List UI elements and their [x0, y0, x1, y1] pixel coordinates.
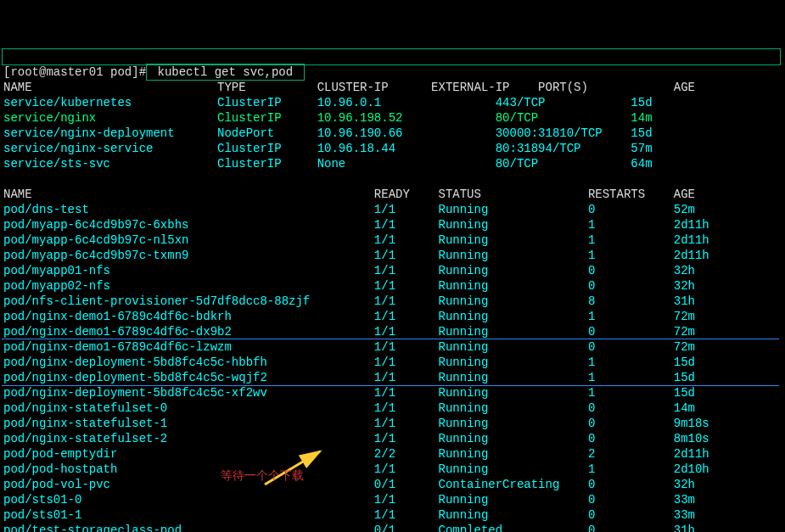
- pod-row: pod/nginx-demo1-6789c4df6c-lzwzm 1/1 Run…: [3, 339, 782, 355]
- svc-row-highlight: [2, 48, 781, 65]
- pod-row: pod/sts01-1 1/1 Running 0 33m: [3, 507, 782, 523]
- command-highlight: kubectl get svc,pod: [146, 64, 304, 81]
- pod-row: pod/pod-vol-pvc 0/1 ContainerCreating 0 …: [3, 477, 782, 492]
- pod-row: pod/myapp-6c4cd9b97c-6xbhs 1/1 Running 1…: [3, 217, 782, 232]
- pod-row: pod/nfs-client-provisioner-5d7df8dcc8-88…: [3, 294, 782, 309]
- annotation-arrow: [246, 431, 328, 493]
- svc-row: service/sts-svc ClusterIP None 80/TCP 64…: [3, 156, 782, 171]
- pod-row: pod/pod-hostpath 1/1 Running 1 2d10h: [3, 462, 782, 477]
- svc-row: service/nginx-service ClusterIP 10.96.18…: [3, 141, 782, 156]
- prompt-line: [root@master01 pod]# kubectl get svc,pod: [3, 64, 782, 80]
- pod-row: pod/nginx-deployment-5bd8fc4c5c-xf2wv 1/…: [3, 385, 782, 400]
- pod-row: pod/test-storageclass-pod 0/1 Completed …: [3, 523, 782, 532]
- command-text: kubectl get svc,pod: [157, 65, 293, 79]
- pod-row: pod/nginx-statefulset-2 1/1 Running 0 8m…: [3, 431, 782, 446]
- svc-header: NAME TYPE CLUSTER-IP EXTERNAL-IP PORT(S)…: [3, 80, 782, 95]
- pod-row: pod/myapp-6c4cd9b97c-nl5xn 1/1 Running 1…: [3, 232, 782, 248]
- pod-row: pod/myapp01-nfs 1/1 Running 0 32h: [3, 263, 782, 278]
- pod-header: NAME READY STATUS RESTARTS AGE: [3, 187, 782, 202]
- blank-line: [3, 171, 782, 187]
- svc-row: service/kubernetes ClusterIP 10.96.0.1 4…: [3, 95, 782, 110]
- pod-row: pod/nginx-demo1-6789c4df6c-dx9b2 1/1 Run…: [3, 324, 782, 339]
- pod-row: pod/nginx-deployment-5bd8fc4c5c-wqjf2 1/…: [3, 370, 782, 385]
- pod-row: pod/myapp-6c4cd9b97c-txmn9 1/1 Running 1…: [3, 248, 782, 263]
- pod-row: pod/sts01-0 1/1 Running 0 33m: [3, 492, 782, 507]
- pod-row: pod/dns-test 1/1 Running 0 52m: [3, 202, 782, 217]
- annotation-text: 等待一个个下载: [221, 468, 304, 483]
- pod-row: pod/nginx-deployment-5bd8fc4c5c-hbbfh 1/…: [3, 355, 782, 370]
- terminal: [root@master01 pod]# kubectl get svc,pod…: [3, 64, 782, 532]
- pod-row: pod/pod-emptydir 2/2 Running 2 2d11h: [3, 446, 782, 462]
- pod-row: pod/myapp02-nfs 1/1 Running 0 32h: [3, 278, 782, 294]
- svc-row: service/nginx-deployment NodePort 10.96.…: [3, 126, 782, 141]
- pod-row: pod/nginx-statefulset-0 1/1 Running 0 14…: [3, 400, 782, 416]
- svc-row: service/nginx ClusterIP 10.96.198.52 80/…: [3, 110, 782, 126]
- pod-row: pod/nginx-demo1-6789c4df6c-bdkrh 1/1 Run…: [3, 309, 782, 324]
- pod-row: pod/nginx-statefulset-1 1/1 Running 0 9m…: [3, 416, 782, 431]
